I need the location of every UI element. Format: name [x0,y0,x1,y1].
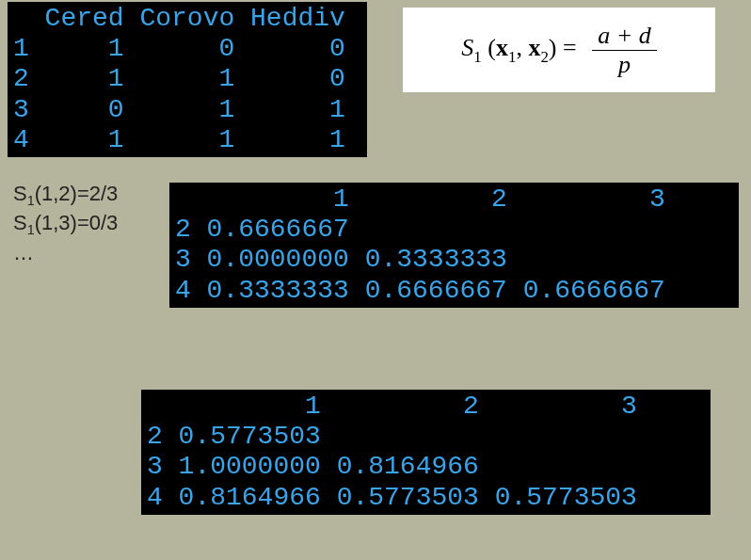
note1-sub: 1 [27,193,35,208]
binary-data-table: Cered Corovo Heddiv 1 1 0 0 2 1 1 0 3 0 … [8,2,367,157]
formula-arg1: x [496,34,508,61]
formula-symbol-sub: 1 [473,47,481,65]
note2-sub: 1 [27,223,35,238]
formula-paren-open: ( [482,34,496,61]
formula-arg2: x [528,34,540,61]
s1-similarity-matrix: 1 2 3 2 0.6666667 3 0.0000000 0.3333333 … [169,183,739,308]
note2-sym: S [13,211,27,234]
note2-rest: (1,3)=0/3 [35,211,119,234]
distance-matrix: 1 2 3 2 0.5773503 3 1.0000000 0.8164966 … [141,390,711,515]
note1-rest: (1,2)=2/3 [35,182,119,205]
note-line-3: … [13,240,118,266]
note-line-2: S1(1,3)=0/3 [13,210,118,239]
formula-s1-definition: S1 (x1, x2) = a + d p [403,8,715,92]
formula-arg2-sub: 2 [540,47,548,65]
formula-fraction: a + d p [592,22,657,79]
formula-paren-close-eq: ) = [549,34,583,61]
formula-sep: , [516,34,528,61]
formula-symbol: S [461,34,473,61]
side-notes: S1(1,2)=2/3 S1(1,3)=0/3 … [13,181,118,265]
note1-sym: S [13,182,27,205]
formula-denominator: p [613,51,636,79]
note-line-1: S1(1,2)=2/3 [13,181,118,210]
formula-numerator: a + d [592,22,657,51]
